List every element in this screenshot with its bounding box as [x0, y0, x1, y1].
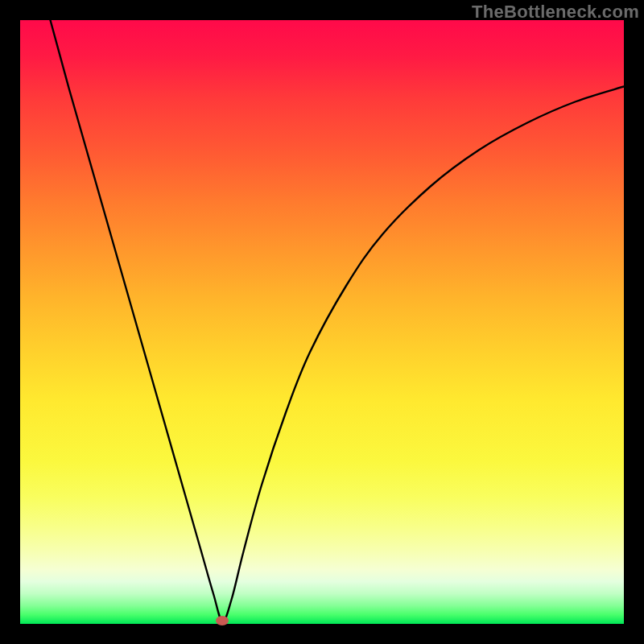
- chart-container: TheBottleneck.com: [0, 0, 644, 644]
- optimal-point-marker: [216, 616, 229, 625]
- watermark-text: TheBottleneck.com: [472, 2, 639, 23]
- bottleneck-curve: [20, 20, 624, 624]
- plot-area: [20, 20, 624, 624]
